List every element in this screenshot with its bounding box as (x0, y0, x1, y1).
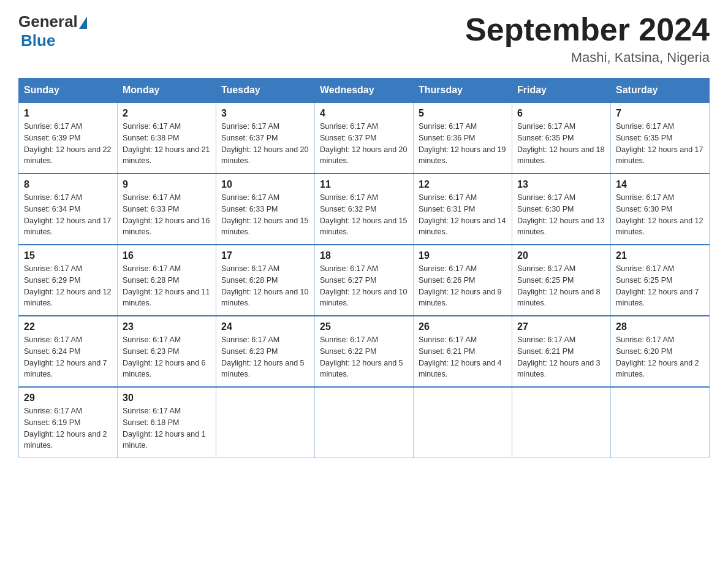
day-number: 28 (616, 321, 704, 332)
day-number: 9 (123, 179, 211, 190)
page-header: General Blue September 2024 Mashi, Katsi… (18, 12, 710, 66)
day-info: Sunrise: 6:17 AMSunset: 6:28 PMDaylight:… (123, 263, 211, 309)
day-number: 14 (616, 179, 704, 190)
day-info: Sunrise: 6:17 AMSunset: 6:39 PMDaylight:… (24, 121, 112, 167)
calendar-subtitle: Mashi, Katsina, Nigeria (465, 50, 710, 66)
day-info: Sunrise: 6:17 AMSunset: 6:19 PMDaylight:… (24, 405, 112, 451)
logo-general-text: General (18, 12, 78, 31)
logo-triangle-icon (79, 17, 87, 29)
day-number: 15 (24, 250, 112, 261)
day-number: 16 (123, 250, 211, 261)
day-info: Sunrise: 6:17 AMSunset: 6:31 PMDaylight:… (419, 192, 507, 238)
week-row-2: 8Sunrise: 6:17 AMSunset: 6:34 PMDaylight… (19, 174, 710, 245)
week-row-3: 15Sunrise: 6:17 AMSunset: 6:29 PMDayligh… (19, 245, 710, 316)
day-info: Sunrise: 6:17 AMSunset: 6:21 PMDaylight:… (517, 334, 605, 380)
day-info: Sunrise: 6:17 AMSunset: 6:33 PMDaylight:… (123, 192, 211, 238)
day-info: Sunrise: 6:17 AMSunset: 6:37 PMDaylight:… (221, 121, 309, 167)
day-number: 27 (517, 321, 605, 332)
calendar-table: SundayMondayTuesdayWednesdayThursdayFrid… (18, 78, 710, 458)
day-number: 24 (221, 321, 309, 332)
week-row-1: 1Sunrise: 6:17 AMSunset: 6:39 PMDaylight… (19, 102, 710, 174)
day-number: 3 (221, 108, 309, 119)
calendar-cell: 24Sunrise: 6:17 AMSunset: 6:23 PMDayligh… (216, 316, 315, 387)
calendar-cell: 8Sunrise: 6:17 AMSunset: 6:34 PMDaylight… (19, 174, 118, 245)
day-number: 26 (419, 321, 507, 332)
day-number: 18 (320, 250, 408, 261)
col-header-wednesday: Wednesday (315, 79, 414, 103)
day-number: 11 (320, 179, 408, 190)
day-info: Sunrise: 6:17 AMSunset: 6:35 PMDaylight:… (616, 121, 704, 167)
day-info: Sunrise: 6:17 AMSunset: 6:25 PMDaylight:… (517, 263, 605, 309)
day-number: 12 (419, 179, 507, 190)
calendar-cell: 1Sunrise: 6:17 AMSunset: 6:39 PMDaylight… (19, 102, 118, 174)
day-number: 7 (616, 108, 704, 119)
day-number: 6 (517, 108, 605, 119)
calendar-cell (414, 387, 512, 458)
logo: General Blue (18, 12, 87, 50)
calendar-cell: 21Sunrise: 6:17 AMSunset: 6:25 PMDayligh… (611, 245, 710, 316)
day-info: Sunrise: 6:17 AMSunset: 6:20 PMDaylight:… (616, 334, 704, 380)
calendar-cell (315, 387, 414, 458)
col-header-thursday: Thursday (414, 79, 512, 103)
col-header-friday: Friday (512, 79, 611, 103)
day-number: 17 (221, 250, 309, 261)
day-info: Sunrise: 6:17 AMSunset: 6:30 PMDaylight:… (517, 192, 605, 238)
day-number: 8 (24, 179, 112, 190)
calendar-cell: 16Sunrise: 6:17 AMSunset: 6:28 PMDayligh… (118, 245, 216, 316)
day-number: 5 (419, 108, 507, 119)
day-number: 2 (123, 108, 211, 119)
calendar-cell: 27Sunrise: 6:17 AMSunset: 6:21 PMDayligh… (512, 316, 611, 387)
day-info: Sunrise: 6:17 AMSunset: 6:36 PMDaylight:… (419, 121, 507, 167)
day-number: 4 (320, 108, 408, 119)
day-info: Sunrise: 6:17 AMSunset: 6:38 PMDaylight:… (123, 121, 211, 167)
day-info: Sunrise: 6:17 AMSunset: 6:23 PMDaylight:… (123, 334, 211, 380)
calendar-cell: 17Sunrise: 6:17 AMSunset: 6:28 PMDayligh… (216, 245, 315, 316)
calendar-cell: 9Sunrise: 6:17 AMSunset: 6:33 PMDaylight… (118, 174, 216, 245)
day-info: Sunrise: 6:17 AMSunset: 6:26 PMDaylight:… (419, 263, 507, 309)
day-info: Sunrise: 6:17 AMSunset: 6:35 PMDaylight:… (517, 121, 605, 167)
calendar-cell: 25Sunrise: 6:17 AMSunset: 6:22 PMDayligh… (315, 316, 414, 387)
day-info: Sunrise: 6:17 AMSunset: 6:22 PMDaylight:… (320, 334, 408, 380)
col-header-tuesday: Tuesday (216, 79, 315, 103)
col-header-sunday: Sunday (19, 79, 118, 103)
calendar-title: September 2024 (465, 12, 710, 47)
day-number: 10 (221, 179, 309, 190)
day-info: Sunrise: 6:17 AMSunset: 6:34 PMDaylight:… (24, 192, 112, 238)
day-info: Sunrise: 6:17 AMSunset: 6:32 PMDaylight:… (320, 192, 408, 238)
calendar-cell: 10Sunrise: 6:17 AMSunset: 6:33 PMDayligh… (216, 174, 315, 245)
day-info: Sunrise: 6:17 AMSunset: 6:37 PMDaylight:… (320, 121, 408, 167)
day-number: 25 (320, 321, 408, 332)
day-info: Sunrise: 6:17 AMSunset: 6:23 PMDaylight:… (221, 334, 309, 380)
calendar-cell (611, 387, 710, 458)
calendar-cell: 14Sunrise: 6:17 AMSunset: 6:30 PMDayligh… (611, 174, 710, 245)
calendar-cell: 29Sunrise: 6:17 AMSunset: 6:19 PMDayligh… (19, 387, 118, 458)
calendar-cell: 3Sunrise: 6:17 AMSunset: 6:37 PMDaylight… (216, 102, 315, 174)
calendar-cell: 18Sunrise: 6:17 AMSunset: 6:27 PMDayligh… (315, 245, 414, 316)
day-info: Sunrise: 6:17 AMSunset: 6:27 PMDaylight:… (320, 263, 408, 309)
day-number: 1 (24, 108, 112, 119)
day-number: 29 (24, 393, 112, 404)
logo-blue-text: Blue (21, 31, 55, 50)
calendar-cell: 6Sunrise: 6:17 AMSunset: 6:35 PMDaylight… (512, 102, 611, 174)
calendar-cell: 13Sunrise: 6:17 AMSunset: 6:30 PMDayligh… (512, 174, 611, 245)
calendar-cell (512, 387, 611, 458)
day-info: Sunrise: 6:17 AMSunset: 6:30 PMDaylight:… (616, 192, 704, 238)
day-number: 19 (419, 250, 507, 261)
calendar-cell: 23Sunrise: 6:17 AMSunset: 6:23 PMDayligh… (118, 316, 216, 387)
calendar-cell: 22Sunrise: 6:17 AMSunset: 6:24 PMDayligh… (19, 316, 118, 387)
week-row-4: 22Sunrise: 6:17 AMSunset: 6:24 PMDayligh… (19, 316, 710, 387)
calendar-cell: 26Sunrise: 6:17 AMSunset: 6:21 PMDayligh… (414, 316, 512, 387)
calendar-cell: 2Sunrise: 6:17 AMSunset: 6:38 PMDaylight… (118, 102, 216, 174)
calendar-cell: 4Sunrise: 6:17 AMSunset: 6:37 PMDaylight… (315, 102, 414, 174)
calendar-cell: 19Sunrise: 6:17 AMSunset: 6:26 PMDayligh… (414, 245, 512, 316)
calendar-cell: 30Sunrise: 6:17 AMSunset: 6:18 PMDayligh… (118, 387, 216, 458)
day-info: Sunrise: 6:17 AMSunset: 6:18 PMDaylight:… (123, 405, 211, 451)
calendar-header-row: SundayMondayTuesdayWednesdayThursdayFrid… (19, 79, 710, 103)
calendar-cell: 28Sunrise: 6:17 AMSunset: 6:20 PMDayligh… (611, 316, 710, 387)
calendar-cell: 7Sunrise: 6:17 AMSunset: 6:35 PMDaylight… (611, 102, 710, 174)
day-number: 13 (517, 179, 605, 190)
day-info: Sunrise: 6:17 AMSunset: 6:25 PMDaylight:… (616, 263, 704, 309)
week-row-5: 29Sunrise: 6:17 AMSunset: 6:19 PMDayligh… (19, 387, 710, 458)
day-number: 23 (123, 321, 211, 332)
calendar-cell: 15Sunrise: 6:17 AMSunset: 6:29 PMDayligh… (19, 245, 118, 316)
